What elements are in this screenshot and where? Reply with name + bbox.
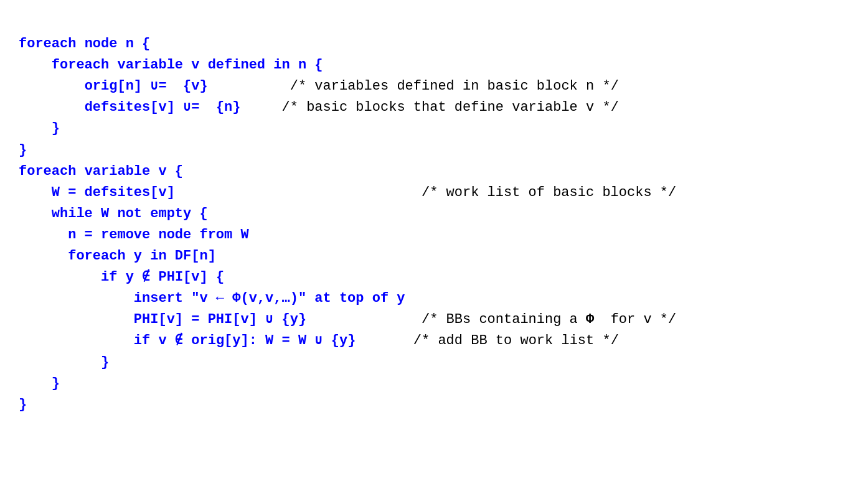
code-display: foreach node n { foreach variable v defi…	[19, 12, 676, 416]
